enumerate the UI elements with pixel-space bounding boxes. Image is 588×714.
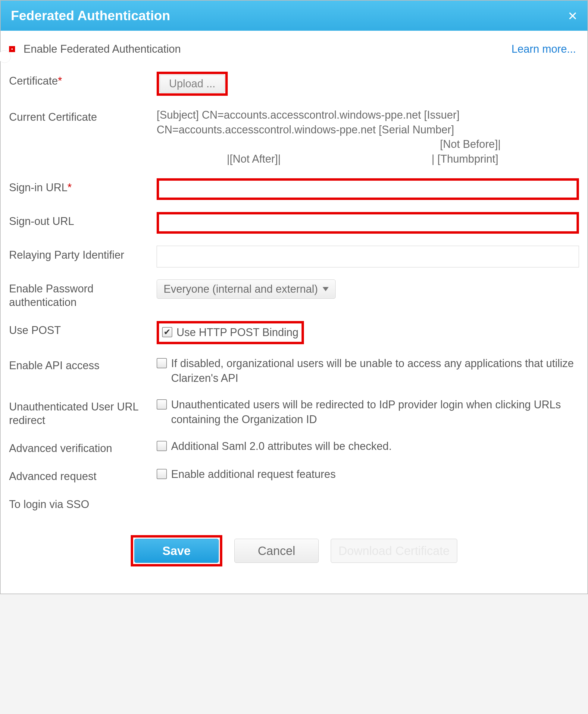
dialog-footer: Save Cancel Download Certificate [9, 523, 579, 582]
signin-url-label: Sign-in URL* [9, 178, 156, 194]
current-cert-value: [Subject] CN=accounts.accesscontrol.wind… [156, 108, 579, 166]
unauth-redirect-label: Unauthenticated User URL redirect [9, 397, 156, 427]
relaying-party-input[interactable] [156, 246, 579, 267]
toggle-knob [0, 50, 11, 63]
signout-url-label: Sign-out URL [9, 212, 156, 228]
save-highlight: Save [131, 535, 222, 566]
advanced-verification-text: Additional Saml 2.0 attributes will be c… [171, 439, 392, 454]
top-line: ✓ Enable Federated Authentication Learn … [9, 43, 579, 56]
enable-toggle-row: ✓ Enable Federated Authentication [9, 43, 181, 56]
password-auth-select[interactable]: Everyone (internal and external) [156, 279, 336, 299]
api-access-label: Enable API access [9, 356, 156, 372]
api-access-text: If disabled, organizational users will b… [171, 356, 579, 386]
use-post-text: Use HTTP POST Binding [176, 325, 298, 340]
advanced-request-text: Enable additional request features [171, 467, 336, 482]
password-auth-label: Enable Password authentication [9, 279, 156, 309]
unauth-redirect-text: Unauthenticated users will be redirected… [171, 397, 579, 427]
api-access-checkbox[interactable] [156, 358, 167, 368]
cancel-button[interactable]: Cancel [234, 539, 319, 563]
download-certificate-button: Download Certificate [331, 539, 457, 563]
advanced-request-checkbox[interactable] [156, 469, 167, 479]
dialog-titlebar: Federated Authentication × [1, 1, 587, 31]
chevron-down-icon [322, 287, 329, 291]
current-cert-label: Current Certificate [9, 108, 156, 124]
upload-button[interactable]: Upload ... [160, 75, 225, 93]
enable-label: Enable Federated Authentication [23, 43, 181, 56]
check-icon: ✓ [17, 51, 25, 63]
required-asterisk: * [58, 75, 62, 87]
upload-highlight: Upload ... [156, 72, 228, 96]
signin-url-input[interactable] [156, 178, 579, 200]
certificate-label: Certificate* [9, 72, 156, 88]
required-asterisk: * [67, 181, 72, 194]
dialog-title: Federated Authentication [11, 8, 170, 23]
dialog-content: ✓ Enable Federated Authentication Learn … [1, 31, 587, 593]
use-post-label: Use POST [9, 321, 156, 337]
use-post-checkbox[interactable] [162, 327, 172, 337]
password-auth-value: Everyone (internal and external) [164, 283, 318, 296]
signout-url-input[interactable] [156, 212, 579, 234]
federated-auth-dialog: Federated Authentication × ✓ Enable Fede… [0, 0, 588, 594]
use-post-highlight: Use HTTP POST Binding [156, 321, 304, 344]
unauth-redirect-checkbox[interactable] [156, 399, 167, 410]
toggle-highlight: ✓ [9, 46, 15, 52]
relaying-party-label: Relaying Party Identifier [9, 246, 156, 262]
sso-login-label: To login via SSO [9, 495, 156, 511]
close-icon[interactable]: × [568, 8, 577, 23]
advanced-verification-checkbox[interactable] [156, 441, 167, 451]
learn-more-link[interactable]: Learn more... [511, 43, 579, 56]
save-button[interactable]: Save [134, 539, 219, 563]
advanced-request-label: Advanced request [9, 467, 156, 483]
advanced-verification-label: Advanced verification [9, 439, 156, 455]
